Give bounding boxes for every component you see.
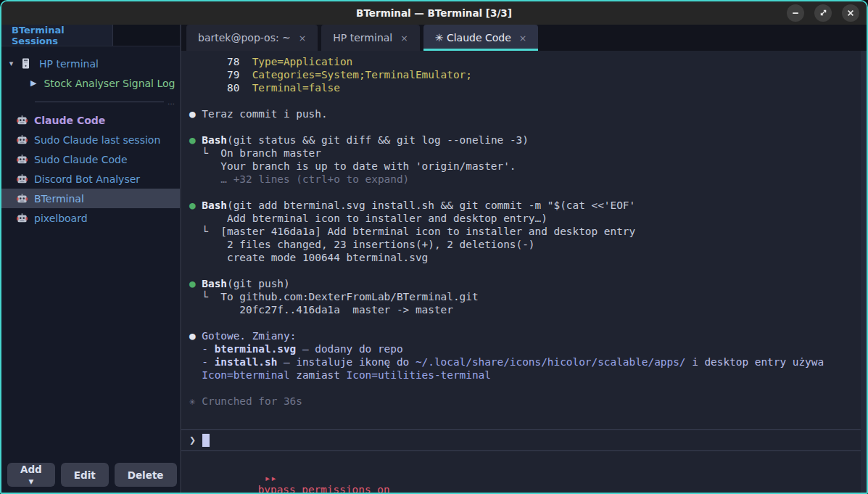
- robot-icon: [17, 135, 28, 145]
- close-button[interactable]: [842, 4, 859, 22]
- terminal-line: ✳ Crunched for 36s: [181, 395, 867, 408]
- terminal-line: ● Bash(git push): [181, 277, 867, 290]
- permissions-status: ▸▸ bypass permissions on (shift+tab to c…: [181, 461, 867, 493]
- session-label: BTerminal: [34, 193, 84, 205]
- terminal-line: - install.sh — instaluje ikonę do ~/.loc…: [181, 355, 867, 369]
- terminal-line: [181, 264, 867, 277]
- edit-button[interactable]: Edit: [61, 463, 109, 487]
- terminal-line: ● Bash(git status && git diff && git log…: [181, 133, 867, 147]
- terminal-line: 79 Categories=System;TerminalEmulator;: [181, 68, 867, 81]
- tab-close-icon[interactable]: ×: [519, 33, 526, 44]
- terminal-line: ● Teraz commit i push.: [181, 107, 867, 120]
- window-title: BTerminal — BTerminal [3/3]: [356, 7, 512, 19]
- tab-close-icon[interactable]: ×: [299, 33, 306, 44]
- robot-icon: [17, 155, 28, 165]
- terminal-view[interactable]: 78 Type=Application 79 Categories=System…: [181, 51, 867, 493]
- minimize-icon: [792, 8, 799, 19]
- terminal-line: [181, 120, 867, 133]
- sidebar-header: BTerminal Sessions: [1, 25, 180, 46]
- tab-claude-code[interactable]: ✳ Claude Code×: [423, 25, 539, 51]
- close-icon: [847, 8, 854, 19]
- delete-button[interactable]: Delete: [115, 463, 177, 487]
- add-button[interactable]: Add ▾: [7, 463, 55, 487]
- terminal-line: ● Bash(git add bterminal.svg install.sh …: [181, 199, 867, 212]
- terminal-line: ● Gotowe. Zmiany:: [181, 329, 867, 342]
- sidebar-buttons: Add ▾EditDelete: [1, 457, 180, 493]
- terminal-line: create mode 100644 bterminal.svg: [181, 251, 867, 264]
- window-controls: [787, 4, 859, 22]
- sidebar-item-stock-analyser-signal-log[interactable]: ▶Stock Analyser Signal Log: [1, 73, 180, 93]
- terminal-line: 78 Type=Application: [181, 55, 867, 68]
- terminal-line: └ [master 416da1a] Add bterminal icon to…: [181, 225, 867, 238]
- minimize-button[interactable]: [787, 4, 804, 22]
- session-label: Claude Code: [34, 115, 105, 126]
- terminal-line: - bterminal.svg — dodany do repo: [181, 342, 867, 355]
- session-label: Sudo Claude last session: [34, 134, 160, 146]
- tab-label: ✳ Claude Code: [435, 32, 511, 44]
- session-label: Sudo Claude Code: [34, 154, 128, 165]
- prompt-input[interactable]: ❯: [181, 429, 867, 451]
- sidebar-item-hp-terminal[interactable]: ▾HP terminal: [1, 54, 180, 73]
- tab-bar: bartek@pop-os: ~×HP terminal×✳ Claude Co…: [181, 25, 867, 51]
- terminal-line: 80 Terminal=false: [181, 81, 867, 94]
- sidebar-item-bterminal[interactable]: BTerminal: [1, 189, 180, 208]
- tab-hp-terminal[interactable]: HP terminal×: [321, 25, 419, 51]
- play-triangle-icon: ▶: [30, 78, 36, 88]
- terminal-line: └ On branch master: [181, 147, 867, 160]
- tab-label: HP terminal: [333, 32, 392, 44]
- sessions-sidebar: BTerminal Sessions ▾HP terminal▶Stock An…: [1, 25, 181, 493]
- tree-divider: …: [1, 93, 180, 110]
- text-cursor: [202, 434, 210, 447]
- terminal-line: Icon=bterminal zamiast Icon=utilities-te…: [181, 369, 867, 382]
- session-label: pixelboard: [34, 213, 88, 224]
- terminal-line: … +32 lines (ctrl+o to expand): [181, 173, 867, 186]
- double-arrow-icon: ▸▸: [265, 472, 277, 484]
- sessions-tree: ▾HP terminal▶Stock Analyser Signal Log…C…: [1, 46, 180, 457]
- terminal-line: [181, 94, 867, 107]
- terminal-line: 20fc27f..416da1a master -> master: [181, 303, 867, 316]
- session-label: Stock Analyser Signal Log: [44, 78, 175, 89]
- session-label: HP terminal: [39, 58, 99, 70]
- terminal-line: [181, 186, 867, 199]
- app-window: BTerminal — BTerminal [3/3] BTerm: [0, 0, 868, 494]
- robot-icon: [17, 194, 28, 204]
- robot-icon: [17, 174, 28, 184]
- session-label: Discord Bot Analyser: [34, 173, 140, 185]
- sidebar-item-sudo-claude-last-session[interactable]: Sudo Claude last session: [1, 130, 180, 149]
- sessions-header-tab[interactable]: BTerminal Sessions: [1, 25, 113, 46]
- sidebar-item-sudo-claude-code[interactable]: Sudo Claude Code: [1, 149, 180, 169]
- computer-tower-icon: [22, 58, 30, 69]
- terminal-line: Your branch is up to date with 'origin/m…: [181, 160, 867, 173]
- terminal-output: 78 Type=Application 79 Categories=System…: [181, 55, 867, 408]
- tab-label: bartek@pop-os: ~: [198, 32, 291, 44]
- permissions-status-text: bypass permissions on: [258, 484, 390, 493]
- window-body: BTerminal Sessions ▾HP terminal▶Stock An…: [1, 25, 867, 493]
- terminal-line: └ To github.com:DexterFromLab/BTerminal.…: [181, 290, 867, 303]
- main-area: bartek@pop-os: ~×HP terminal×✳ Claude Co…: [181, 25, 867, 493]
- divider-line: [35, 102, 164, 102]
- tab-close-icon[interactable]: ×: [400, 33, 408, 44]
- divider-overflow-dots[interactable]: …: [168, 98, 175, 106]
- sidebar-item-discord-bot-analyser[interactable]: Discord Bot Analyser: [1, 169, 180, 189]
- robot-icon: [17, 115, 28, 125]
- expander-arrow-icon[interactable]: ▾: [6, 59, 17, 68]
- terminal-line: [181, 316, 867, 329]
- tab-bartek-pop-os[interactable]: bartek@pop-os: ~×: [186, 25, 318, 51]
- terminal-line: Add bterminal icon to installer and desk…: [181, 212, 867, 225]
- maximize-icon: [819, 8, 827, 19]
- terminal-line: 2 files changed, 23 insertions(+), 2 del…: [181, 238, 867, 251]
- terminal-scrollbar[interactable]: [861, 51, 867, 493]
- terminal-line: [181, 382, 867, 395]
- sidebar-item-pixelboard[interactable]: pixelboard: [1, 208, 180, 228]
- maximize-button[interactable]: [814, 4, 832, 22]
- prompt-chevron-icon: ❯: [189, 434, 196, 447]
- robot-icon: [17, 213, 28, 223]
- title-bar: BTerminal — BTerminal [3/3]: [1, 1, 867, 25]
- sidebar-item-claude-code[interactable]: Claude Code: [1, 110, 180, 130]
